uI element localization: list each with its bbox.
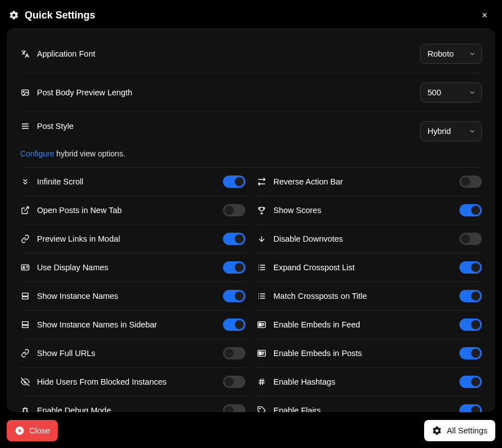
row-label: Post Style (20, 121, 73, 131)
row-label: Enable Hashtags (257, 377, 335, 387)
setting-enable-flairs: Enable Flairs (257, 396, 482, 412)
expand-crosspost-list-toggle[interactable] (459, 261, 482, 274)
svg-rect-11 (259, 352, 261, 354)
setting-match-crossposts-on-title: Match Crossposts on Title (257, 282, 482, 311)
swap-icon (257, 177, 267, 187)
close-circle-icon (15, 426, 25, 436)
embed-icon (257, 320, 267, 330)
setting-disable-downvotes: Disable Downvotes (257, 225, 482, 253)
row-subtext: Configure hybrid view options. (20, 149, 482, 158)
row-label: Post Body Preview Length (20, 87, 132, 98)
external-icon (20, 205, 30, 215)
preview-links-in-modal-toggle[interactable] (223, 233, 245, 245)
setting-row-application-font: Application FontRoboto (20, 35, 482, 73)
close-icon[interactable] (478, 9, 491, 21)
modal-footer: Close All Settings (7, 412, 495, 441)
row-label: Disable Downvotes (257, 234, 343, 244)
all-settings-button[interactable]: All Settings (424, 420, 495, 441)
show-instance-names-toggle[interactable] (223, 290, 245, 302)
disable-downvotes-toggle[interactable] (459, 233, 482, 245)
row-label: Enable Embeds in Posts (257, 348, 362, 358)
show-instance-names-in-sidebar-toggle[interactable] (223, 318, 245, 331)
row-label: Use Display Names (20, 262, 108, 273)
svg-rect-6 (22, 322, 29, 325)
gear-icon (9, 10, 19, 20)
setting-expand-crosspost-list: Expand Crosspost List (257, 253, 482, 282)
setting-enable-debug-mode: Enable Debug Mode (20, 396, 245, 412)
modal-title: Quick Settings (25, 10, 95, 21)
setting-use-display-names: Use Display Names (20, 253, 245, 282)
setting-reverse-action-bar: Reverse Action Bar (257, 168, 482, 196)
row-label: Show Full URLs (20, 348, 95, 358)
svg-rect-5 (22, 297, 29, 299)
setting-show-instance-names-in-sidebar: Show Instance Names in Sidebar (20, 311, 245, 339)
row-label: Enable Flairs (257, 405, 321, 412)
setting-enable-hashtags: Enable Hashtags (257, 368, 482, 396)
row-label: Enable Debug Mode (20, 405, 111, 412)
svg-rect-9 (259, 323, 261, 326)
setting-open-posts-in-new-tab: Open Posts in New Tab (20, 196, 245, 225)
link-icon (20, 234, 30, 244)
lines-icon (20, 121, 30, 131)
svg-rect-4 (22, 293, 29, 296)
close-button-label: Close (29, 426, 50, 435)
hash-icon (257, 377, 267, 387)
configure-link[interactable]: Configure (20, 149, 54, 158)
close-button[interactable]: Close (7, 420, 58, 441)
row-label: Preview Links in Modal (20, 234, 120, 244)
row-label: Application Font (20, 49, 95, 59)
row-label: Reverse Action Bar (257, 177, 343, 187)
row-label: Expand Crosspost List (257, 262, 355, 273)
show-scores-toggle[interactable] (459, 204, 482, 216)
row-label: Show Scores (257, 205, 321, 215)
setting-infinite-scroll: Infinite Scroll (20, 168, 245, 196)
enable-flairs-toggle[interactable] (459, 404, 482, 412)
row-label: Match Crossposts on Title (257, 291, 367, 301)
match-crossposts-on-title-toggle[interactable] (459, 290, 482, 302)
link-icon (20, 348, 30, 358)
show-full-urls-toggle[interactable] (223, 347, 245, 359)
gear-icon (432, 426, 442, 436)
setting-show-full-urls: Show Full URLs (20, 339, 245, 368)
row-label: Infinite Scroll (20, 177, 83, 187)
chevrons-down-icon (20, 177, 30, 187)
bug-icon (20, 405, 30, 412)
svg-rect-7 (22, 325, 29, 327)
enable-embeds-in-posts-toggle[interactable] (459, 347, 482, 359)
setting-enable-embeds-in-posts: Enable Embeds in Posts (257, 339, 482, 368)
setting-show-instance-names: Show Instance Names (20, 282, 245, 311)
translate-icon (20, 49, 30, 59)
svg-point-13 (259, 408, 260, 409)
svg-point-3 (23, 266, 25, 268)
open-posts-in-new-tab-toggle[interactable] (223, 204, 245, 216)
row-label: Enable Embeds in Feed (257, 320, 360, 330)
setting-hide-users-from-blocked-instances: Hide Users From Blocked Instances (20, 368, 245, 396)
use-display-names-toggle[interactable] (223, 261, 245, 274)
row-label: Show Instance Names (20, 291, 118, 301)
server-icon (20, 320, 30, 330)
svg-point-1 (23, 91, 24, 93)
list-icon (257, 291, 267, 301)
setting-row-post-body-preview-length: Post Body Preview Length500 (20, 73, 482, 112)
trophy-icon (257, 205, 267, 215)
image-icon (20, 87, 30, 98)
svg-rect-12 (24, 408, 26, 412)
setting-preview-links-in-modal: Preview Links in Modal (20, 225, 245, 253)
setting-row-post-style: Post StyleHybridConfigure hybrid view op… (20, 112, 482, 168)
hide-users-from-blocked-instances-toggle[interactable] (223, 376, 245, 388)
reverse-action-bar-toggle[interactable] (459, 175, 482, 188)
select-application-font[interactable]: Roboto (420, 44, 482, 64)
select-post-style[interactable]: Hybrid (420, 121, 482, 141)
enable-embeds-in-feed-toggle[interactable] (459, 318, 482, 331)
server-icon (20, 291, 30, 301)
setting-enable-embeds-in-feed: Enable Embeds in Feed (257, 311, 482, 339)
row-label: Show Instance Names in Sidebar (20, 320, 157, 330)
row-label: Hide Users From Blocked Instances (20, 377, 166, 387)
arrow-down-icon (257, 234, 267, 244)
select-post-body-preview-length[interactable]: 500 (420, 82, 482, 103)
enable-debug-mode-toggle[interactable] (223, 404, 245, 412)
eye-off-icon (20, 377, 30, 387)
enable-hashtags-toggle[interactable] (459, 376, 482, 388)
row-label: Open Posts in New Tab (20, 205, 122, 215)
infinite-scroll-toggle[interactable] (223, 175, 245, 188)
